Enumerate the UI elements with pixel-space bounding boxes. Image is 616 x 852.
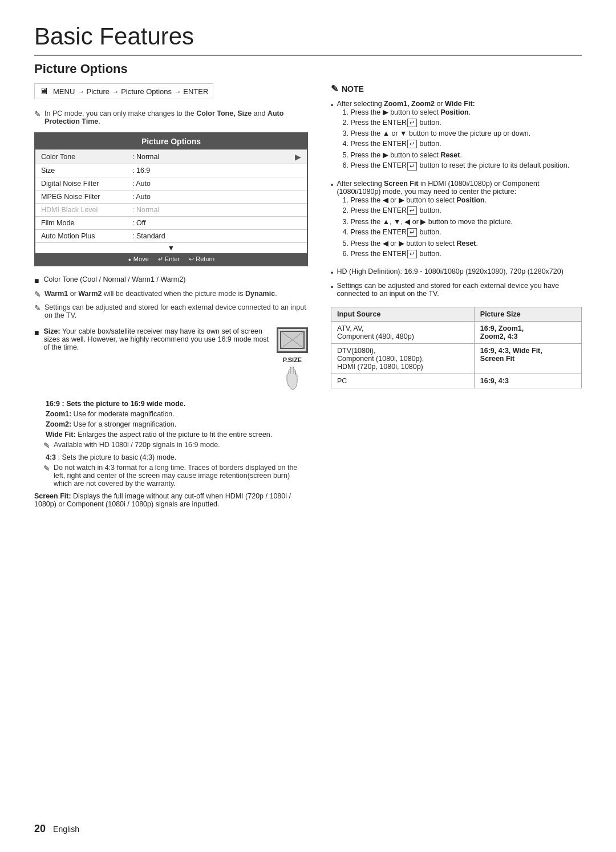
row-label-dnf: Digital Noise Filter — [41, 180, 132, 188]
row-label-amp: Auto Motion Plus — [41, 232, 132, 240]
table-header: Picture Options — [35, 133, 307, 149]
square-bullet-icon: ■ — [34, 276, 39, 285]
row-value-hdmi: : Normal — [132, 206, 301, 214]
left-column: 🖥 MENU → Picture → Picture Options → ENT… — [34, 83, 308, 512]
pc-note-line: ✎ In PC mode, you can only make changes … — [34, 109, 308, 125]
screen-fit-step-6: Press the ENTER↵ button. — [350, 250, 582, 258]
picture-size-header: Picture Size — [474, 307, 581, 322]
pencil-icon-5: ✎ — [43, 464, 50, 473]
size-icon-container: P.SIZE — [277, 327, 308, 395]
page-number: 20 — [34, 823, 46, 834]
hand-icon — [281, 367, 304, 395]
zoom-step-3: Press the ▲ or ▼ button to move the pict… — [350, 129, 569, 137]
table-row: Size : 16:9 — [35, 164, 307, 177]
table-row-3: PC 16:9, 4:3 — [331, 374, 582, 388]
zoom-step-4: Press the ENTER↵ button. — [350, 140, 569, 148]
screen-fit-note-bullet: • After selecting Screen Fit in HDMI (10… — [331, 180, 582, 263]
screen-fit-steps-list: Press the ◀ or ▶ button to select Positi… — [350, 196, 582, 259]
size-bullet-text: Size: Your cable box/satellite receiver … — [43, 327, 270, 351]
bullet-dot-4: • — [331, 283, 333, 291]
size-text: ■ Size: Your cable box/satellite receive… — [34, 327, 270, 395]
pencil-icon-4: ✎ — [43, 441, 50, 450]
footer-return: ↩ Return — [189, 255, 214, 263]
screen-fit-step-3: Press the ▲, ▼, ◀ or ▶ button to move th… — [350, 217, 582, 226]
zoom1-text: Zoom1: Use for moderate magnification. — [34, 410, 308, 418]
picture-options-table: Picture Options Color Tone : Normal ▶ Si… — [34, 132, 308, 266]
picture-size-3: 16:9, 4:3 — [474, 374, 581, 388]
bullet-dot-1: • — [331, 102, 333, 109]
table-row: Digital Noise Filter : Auto — [35, 177, 307, 190]
screen-fit-step-4: Press the ENTER↵ button. — [350, 228, 582, 237]
size-section: ■ Size: Your cable box/satellite receive… — [34, 327, 308, 395]
input-source-3: PC — [331, 374, 475, 388]
wide-fit-text: Wide Fit: Enlarges the aspect ratio of t… — [34, 431, 308, 439]
table-row: Film Mode : Off — [35, 216, 307, 229]
row-label-mnf: MPEG Noise Filter — [41, 193, 132, 201]
table-row-1: ATV, AV,Component (480i, 480p) 16:9, Zoo… — [331, 322, 582, 344]
table-row: Auto Motion Plus : Standard — [35, 229, 307, 242]
row-label-hdmi: HDMI Black Level — [41, 206, 132, 214]
pc-note-text: In PC mode, you can only make changes to… — [44, 109, 308, 125]
psize-icon — [277, 327, 308, 353]
table-row: MPEG Noise Filter : Auto — [35, 190, 307, 203]
zoom-step-2: Press the ENTER↵ button. — [350, 119, 569, 127]
hd-def-note-bullet: • HD (High Definition): 16:9 - 1080i/108… — [331, 267, 582, 277]
menu-path: 🖥 MENU → Picture → Picture Options → ENT… — [34, 83, 213, 99]
pencil-icon: ✎ — [34, 109, 41, 119]
note-pencil-icon: ✎ — [331, 83, 338, 94]
menu-path-text: MENU → Picture → Picture Options → ENTER — [53, 87, 208, 96]
row-value-mnf: : Auto — [132, 193, 301, 201]
row-label-color-tone: Color Tone — [41, 153, 132, 161]
table-row-2: DTV(1080i),Component (1080i, 1080p),HDMI… — [331, 344, 582, 374]
warm-note: ✎ Warm1 or Warm2 will be deactivated whe… — [34, 290, 308, 299]
table-row-more: ▼ — [35, 242, 307, 253]
square-bullet-icon-2: ■ — [34, 328, 39, 337]
size-4-3: 4:3 : Sets the picture to basic (4:3) mo… — [34, 453, 308, 461]
settings-note2-text: Settings can be adjusted and stored for … — [337, 282, 582, 298]
zoom2-text: Zoom2: Use for a stronger magnification. — [34, 420, 308, 428]
table-row: HDMI Black Level : Normal — [35, 203, 307, 216]
footer-enter: ↵ Enter — [158, 255, 180, 263]
table-row: Color Tone : Normal ▶ — [35, 149, 307, 164]
right-column: ✎ NOTE • After selecting Zoom1, Zoom2 or… — [331, 83, 582, 512]
input-source-header: Input Source — [331, 307, 475, 322]
color-tone-bullet: ■ Color Tone (Cool / Normal / Warm1 / Wa… — [34, 275, 308, 285]
screen-fit-step-5: Press the ◀ or ▶ button to select Reset. — [350, 239, 582, 248]
footer-move: ⬥ Move — [128, 255, 149, 263]
settings-note2-bullet: • Settings can be adjusted and stored fo… — [331, 282, 582, 298]
zoom-step-1: Press the ▶ button to select Position. — [350, 108, 569, 116]
color-tone-bullet-text: Color Tone (Cool / Normal / Warm1 / Warm… — [43, 275, 185, 283]
table-footer: ⬥ Move ↵ Enter ↩ Return — [35, 253, 307, 265]
page-language: English — [53, 825, 79, 834]
row-value-size: : 16:9 — [132, 167, 301, 175]
bullet-dot-3: • — [331, 269, 333, 277]
menu-icon: 🖥 — [39, 86, 48, 96]
note-heading-text: NOTE — [342, 84, 364, 94]
settings-note: ✎ Settings can be adjusted and stored fo… — [34, 303, 308, 319]
row-arrow-color-tone: ▶ — [295, 152, 301, 161]
zoom-step-5: Press the ▶ button to select Reset. — [350, 151, 569, 159]
input-source-1: ATV, AV,Component (480i, 480p) — [331, 322, 475, 344]
input-source-table: Input Source Picture Size ATV, AV,Compon… — [331, 307, 582, 388]
pencil-icon-2: ✎ — [34, 290, 41, 299]
size-bullet: ■ Size: Your cable box/satellite receive… — [34, 327, 270, 351]
bullet-dot-2: • — [331, 181, 333, 189]
psize-label: P.SIZE — [283, 356, 302, 363]
picture-size-2: 16:9, 4:3, Wide Fit,Screen Fit — [474, 344, 581, 374]
hd-available-note: ✎ Available with HD 1080i / 720p signals… — [43, 441, 308, 450]
settings-note-text: Settings can be adjusted and stored for … — [44, 303, 308, 319]
picture-size-1: 16:9, Zoom1,Zoom2, 4:3 — [474, 322, 581, 344]
input-source-2: DTV(1080i),Component (1080i, 1080p),HDMI… — [331, 344, 475, 374]
screen-fit-note-content: After selecting Screen Fit in HDMI (1080… — [337, 180, 582, 263]
hd-def-note-text: HD (High Definition): 16:9 - 1080i/1080p… — [337, 267, 563, 275]
row-value-color-tone: : Normal — [132, 153, 295, 161]
section-title: Picture Options — [34, 62, 582, 76]
screen-fit-step-1: Press the ◀ or ▶ button to select Positi… — [350, 196, 582, 204]
row-value-film: : Off — [132, 219, 301, 227]
do-not-watch-note: ✎ Do not watch in 4:3 format for a long … — [43, 464, 308, 488]
do-not-watch-text: Do not watch in 4:3 format for a long ti… — [54, 464, 308, 488]
page-footer: 20 English — [34, 823, 79, 835]
hd-available-text: Available with HD 1080i / 720p signals i… — [54, 441, 220, 449]
pencil-icon-3: ✎ — [34, 303, 41, 313]
main-title: Basic Features — [34, 23, 582, 56]
